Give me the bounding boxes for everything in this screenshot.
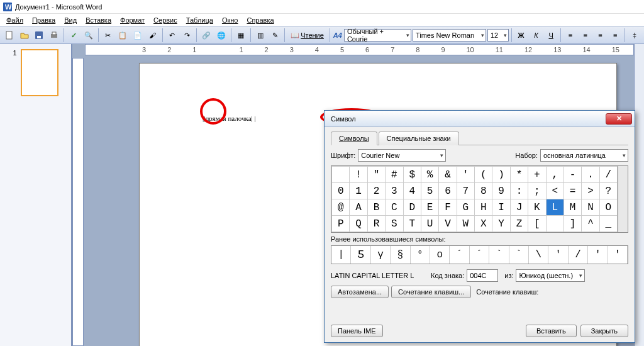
spellcheck-button[interactable]: ✓: [67, 28, 80, 42]
char-cell[interactable]: W: [457, 216, 474, 232]
align-right-button[interactable]: ≡: [594, 28, 608, 42]
recent-char[interactable]: °: [411, 246, 430, 264]
char-cell[interactable]: ): [492, 167, 510, 183]
recent-char[interactable]: ′: [588, 246, 608, 264]
char-cell[interactable]: K: [528, 199, 546, 216]
menu-insert[interactable]: Вставка: [82, 15, 115, 25]
char-cell[interactable]: 8: [475, 183, 492, 199]
char-cell[interactable]: 1: [350, 183, 367, 199]
italic-button[interactable]: К: [529, 28, 543, 42]
redo-button[interactable]: ↷: [180, 28, 194, 42]
dialog-titlebar[interactable]: Символ ✕: [325, 111, 635, 127]
tables-button[interactable]: ▦: [234, 28, 248, 42]
print-button[interactable]: [47, 28, 61, 42]
line-spacing-button[interactable]: ‡: [628, 28, 641, 42]
char-cell[interactable]: C: [386, 199, 403, 216]
close-dialog-button[interactable]: Закрыть: [580, 325, 628, 337]
char-cell[interactable]: [: [528, 216, 546, 232]
recent-char[interactable]: /: [569, 246, 588, 264]
char-cell[interactable]: _: [599, 216, 617, 232]
recent-char[interactable]: o: [430, 246, 450, 264]
char-cell[interactable]: V: [439, 216, 457, 232]
char-cell[interactable]: H: [475, 199, 492, 216]
format-painter-button[interactable]: 🖌: [146, 28, 160, 42]
char-cell[interactable]: F: [439, 199, 457, 216]
columns-button[interactable]: ▥: [253, 28, 267, 42]
menu-service[interactable]: Сервис: [150, 15, 181, 25]
char-cell[interactable]: G: [457, 199, 474, 216]
research-button[interactable]: 🔍: [82, 28, 96, 42]
char-cell[interactable]: P: [332, 216, 350, 232]
char-cell[interactable]: 4: [403, 183, 421, 199]
recent-char[interactable]: Ƽ: [351, 246, 370, 264]
paste-button[interactable]: 📄: [131, 28, 145, 42]
char-cell[interactable]: $: [403, 167, 421, 183]
font-combo[interactable]: Times New Roman: [413, 29, 486, 42]
style-combo[interactable]: Обычный + Courie: [344, 29, 411, 42]
insert-button[interactable]: Вставить: [526, 325, 577, 337]
char-cell[interactable]: U: [421, 216, 438, 232]
style-label-button[interactable]: A4: [333, 28, 343, 42]
recent-symbols[interactable]: |Ƽγ§°o´´``\′/′′: [331, 245, 628, 264]
char-cell[interactable]: !: [350, 167, 367, 183]
justify-button[interactable]: ≡: [608, 28, 622, 42]
char-cell[interactable]: 9: [492, 183, 510, 199]
recent-char[interactable]: γ: [371, 246, 391, 264]
menu-edit[interactable]: Правка: [28, 15, 59, 25]
char-cell[interactable]: 3: [386, 183, 403, 199]
drawing-button[interactable]: ✎: [268, 28, 282, 42]
font-select[interactable]: Courier New: [358, 149, 446, 162]
copy-button[interactable]: 📋: [116, 28, 130, 42]
page-thumbnail[interactable]: [21, 49, 58, 96]
recent-char[interactable]: ´: [470, 246, 489, 264]
ime-button[interactable]: Панель IME: [331, 325, 383, 337]
char-cell[interactable]: D: [403, 199, 421, 216]
char-cell[interactable]: :: [510, 183, 528, 199]
char-cell[interactable]: B: [367, 199, 385, 216]
recent-char[interactable]: ′: [608, 246, 628, 264]
save-button[interactable]: [33, 28, 47, 42]
char-cell[interactable]: +: [528, 167, 546, 183]
char-cell[interactable]: J: [510, 199, 528, 216]
code-input[interactable]: 004C: [467, 269, 498, 282]
char-cell[interactable]: ^: [582, 216, 599, 232]
bold-button[interactable]: Ж: [514, 28, 528, 42]
link-button[interactable]: 🌐: [214, 28, 228, 42]
menu-window[interactable]: Окно: [218, 15, 242, 25]
menu-file[interactable]: Файл: [3, 15, 27, 25]
char-cell[interactable]: 5: [421, 183, 438, 199]
char-cell[interactable]: ?: [599, 183, 617, 199]
char-cell[interactable]: &: [439, 167, 457, 183]
char-cell[interactable]: [332, 167, 350, 183]
char-cell[interactable]: [546, 216, 564, 232]
char-cell[interactable]: /: [599, 167, 617, 183]
char-cell[interactable]: Q: [350, 216, 367, 232]
align-left-button[interactable]: ≡: [564, 28, 577, 42]
horizontal-ruler[interactable]: 3211234567891011121314151617: [85, 44, 634, 55]
encoding-select[interactable]: Юникод (шестн.): [516, 269, 585, 282]
thumbnail-pane[interactable]: 1: [0, 44, 72, 346]
menu-help[interactable]: Справка: [243, 15, 277, 25]
char-cell[interactable]: %: [421, 167, 438, 183]
char-cell[interactable]: S: [386, 216, 403, 232]
char-cell[interactable]: N: [582, 199, 599, 216]
vertical-ruler[interactable]: [72, 58, 84, 346]
char-cell[interactable]: .: [582, 167, 599, 183]
recent-char[interactable]: \: [529, 246, 548, 264]
char-cell[interactable]: A: [350, 199, 367, 216]
char-cell[interactable]: =: [564, 183, 581, 199]
recent-char[interactable]: ´: [450, 246, 469, 264]
autocorrect-button[interactable]: Автозамена...: [331, 286, 389, 298]
cut-button[interactable]: ✂: [101, 28, 115, 42]
menu-format[interactable]: Формат: [116, 15, 148, 25]
recent-char[interactable]: |: [331, 246, 351, 264]
char-cell[interactable]: ,: [546, 167, 564, 183]
recent-char[interactable]: ′: [548, 246, 568, 264]
char-cell[interactable]: ": [367, 167, 385, 183]
char-cell[interactable]: O: [599, 199, 617, 216]
char-cell[interactable]: Y: [492, 216, 510, 232]
open-button[interactable]: [18, 28, 31, 42]
menu-view[interactable]: Вид: [60, 15, 80, 25]
char-cell[interactable]: ]: [564, 216, 581, 232]
reading-button[interactable]: 📖Чтение: [287, 28, 327, 42]
